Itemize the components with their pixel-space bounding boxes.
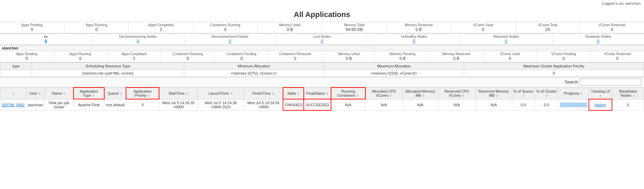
app-id-link[interactable]: 920799_0002 (2, 103, 25, 107)
col-header-18[interactable]: Progress ⇕ (558, 88, 589, 99)
col-header-13[interactable]: Allocated Memory MB ⇕ (402, 88, 438, 99)
user-metric-10: VCores Pending0 (537, 51, 591, 62)
cluster-metrics-row: Apps Pending0Apps Running0Apps Completed… (0, 22, 644, 33)
table-row: 920799_0002alanchanFlink per-job cluster… (0, 99, 644, 110)
user-metric-0: Apps Pending0 (0, 51, 54, 62)
sched-col-min: Minimum Allocation (184, 63, 324, 70)
sched-resource-val: [memory-mb (unit=Mi), vcores] (32, 70, 184, 77)
sched-min-val: <memory:10752, vCores:1> (184, 70, 324, 77)
logged-in-text: Logged in as: alanchan (602, 1, 641, 5)
user-metrics-section: alanchan Apps Pending0Apps Running0Apps … (0, 45, 644, 62)
col-header-5[interactable]: Application Priority ⇕ (126, 88, 159, 99)
col-header-11[interactable]: Running Containers ⇕ (331, 88, 365, 99)
table-cell-7: Wed Jul 5 14:24:36 +0800 2023 (198, 99, 244, 110)
page-title: All Applications (0, 7, 644, 22)
nodes-metric-2: Decommissioned Nodes0 (184, 34, 276, 45)
user-metric-4: Containers Pending0 (215, 51, 269, 62)
col-header-14[interactable]: Reserved CPU VCores ⇕ (438, 88, 476, 99)
nodes-metrics-section: es0Decommissioning Nodes0Decommissioned … (0, 33, 644, 45)
col-header-0[interactable]: ⇕ (0, 88, 26, 99)
table-cell-14: N/A (438, 99, 476, 110)
search-bar: Search: (0, 77, 644, 87)
col-header-15[interactable]: Reserved Memory MB ⇕ (475, 88, 512, 99)
table-cell-5: 0 (126, 99, 159, 110)
nodes-metrics-row: es0Decommissioning Nodes0Decommissioned … (0, 34, 644, 45)
sched-col-max: Maximum Allocation (324, 63, 464, 70)
user-metric-2: Apps Completed2 (107, 51, 161, 62)
table-cell-4: root.default (104, 99, 126, 110)
table-cell-0[interactable]: 920799_0002 (0, 99, 26, 110)
table-cell-1: alanchan (26, 99, 45, 110)
table-header-row: ⇕User ⇕Name ⇕Application Type ⇕Queue ⇕Ap… (0, 88, 644, 99)
user-metric-5: Containers Reserved0 (268, 51, 322, 62)
col-header-17[interactable]: % of Cluster ⇕ (535, 88, 558, 99)
cluster-metric-9: VCores Reserved0 (580, 22, 644, 33)
sched-col-priority: Maximum Cluster Application Priority (464, 63, 644, 70)
cluster-metric-6: Memory Reserved0 B (387, 22, 451, 33)
user-label: alanchan (0, 45, 644, 51)
col-header-1[interactable]: User ⇕ (26, 88, 45, 99)
cluster-metric-7: VCores Used0 (451, 22, 515, 33)
table-cell-6: Wed Jul 5 14:24:35 +0800 (159, 99, 198, 110)
col-header-8[interactable]: FinishTime ⇕ (244, 88, 283, 99)
top-bar: Logged in as: alanchan (0, 0, 644, 7)
search-label: Search: (565, 80, 579, 84)
user-metric-9: VCores Used0 (483, 51, 537, 62)
col-header-19[interactable]: Tracking UI ⇕ (589, 88, 612, 99)
table-cell-9: FINISHED (283, 99, 304, 110)
table-cell-2: Flink per-job cluster (44, 99, 74, 110)
col-header-16[interactable]: % of Queue ⇕ (512, 88, 535, 99)
cluster-metric-2: Apps Completed2 (129, 22, 193, 33)
scheduler-row: [memory-mb (unit=Mi), vcores] <memory:10… (0, 70, 644, 77)
col-header-12[interactable]: Allocated CPU VCores ⇕ (365, 88, 402, 99)
table-cell-20: 0 (612, 99, 644, 110)
progress-bar (560, 103, 587, 107)
user-metrics-row: Apps Pending0Apps Running0Apps Completed… (0, 51, 644, 62)
user-metric-7: Memory Pending0 B (376, 51, 430, 62)
nodes-metric-5: Rebooted Nodes0 (460, 34, 552, 45)
table-cell-19[interactable]: History (589, 99, 612, 110)
col-header-10[interactable]: FinalStatus ⇕ (304, 88, 331, 99)
cluster-metric-1: Apps Running0 (64, 22, 129, 33)
col-header-7[interactable]: LaunchTime ⇕ (198, 88, 244, 99)
table-cell-3: Apache Flink (74, 99, 104, 110)
table-cell-11: N/A (331, 99, 365, 110)
history-link[interactable]: History (595, 103, 606, 107)
scheduler-table: type Scheduling Resource Type Minimum Al… (0, 62, 644, 77)
cluster-metric-4: Memory Used0 B (258, 22, 322, 33)
cluster-metric-3: Containers Running0 (193, 22, 258, 33)
search-input[interactable] (580, 79, 641, 85)
table-cell-8: Wed Jul 5 14:24:55 +0800 (244, 99, 283, 110)
user-metric-11: VCores Reserved0 (591, 51, 644, 62)
table-cell-18 (558, 99, 589, 110)
user-metric-6: Memory Used0 B (322, 51, 376, 62)
table-cell-12: N/A (365, 99, 402, 110)
cluster-metrics-section: Apps Pending0Apps Running0Apps Completed… (0, 22, 644, 33)
user-metric-8: Memory Reserved0 B (429, 51, 483, 62)
col-header-6[interactable]: StartTime ⇕ (159, 88, 198, 99)
col-header-20[interactable]: Blacklisted Nodes ⇕ (612, 88, 644, 99)
table-cell-15: N/A (475, 99, 512, 110)
sched-col-type: type (0, 63, 32, 70)
table-cell-13: N/A (402, 99, 438, 110)
table-cell-17: 0.0 (535, 99, 558, 110)
col-header-2[interactable]: Name ⇕ (44, 88, 74, 99)
user-metric-3: Containers Running0 (161, 51, 215, 62)
sched-type-val (0, 70, 32, 77)
sched-col-resource-type: Scheduling Resource Type (32, 63, 184, 70)
nodes-metric-6: Shutdown Nodes0 (552, 34, 644, 45)
col-header-3[interactable]: Application Type ⇕ (74, 88, 104, 99)
sched-priority-val: 0 (464, 70, 644, 77)
nodes-metric-4: Unhealthy Nodes0 (368, 34, 460, 45)
nodes-metric-3: Lost Nodes0 (276, 34, 368, 45)
cluster-metric-0: Apps Pending0 (0, 22, 64, 33)
col-header-4[interactable]: Queue ⇕ (104, 88, 126, 99)
col-header-9[interactable]: State ⇕ (283, 88, 304, 99)
table-cell-10: SUCCEEDED (304, 99, 331, 110)
cluster-metric-5: Memory Total94.50 GB (322, 22, 387, 33)
sched-max-val: <memory:32256, vCores:8> (324, 70, 464, 77)
applications-table: ⇕User ⇕Name ⇕Application Type ⇕Queue ⇕Ap… (0, 87, 644, 111)
table-cell-16: 0.0 (512, 99, 535, 110)
cluster-metric-8: VCores Total24 (516, 22, 580, 33)
user-metric-1: Apps Running0 (54, 51, 108, 62)
